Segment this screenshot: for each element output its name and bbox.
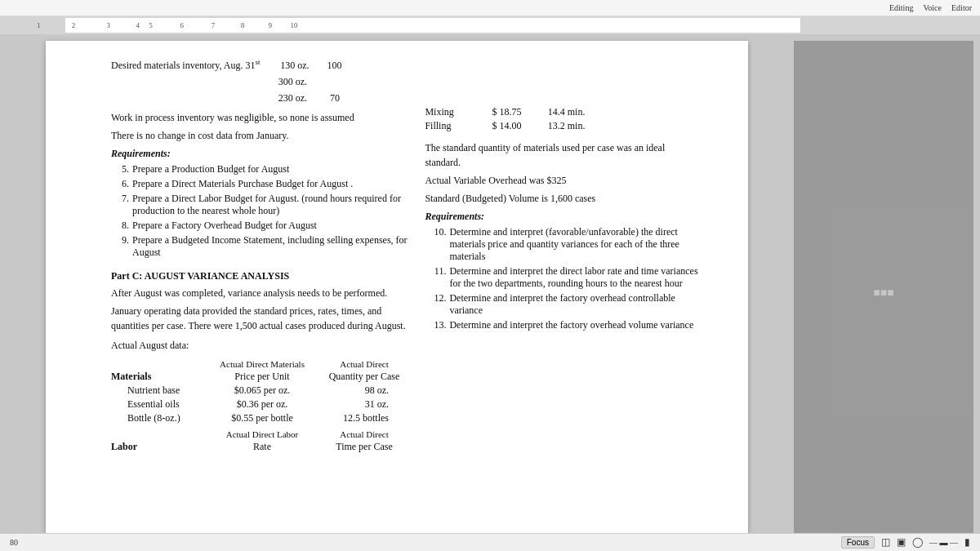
inventory-num-1: 100: [310, 58, 342, 73]
requirements-list-left: 5. Prepare a Production Budget for Augus…: [111, 163, 408, 259]
req-text-8: Prepare a Factory Overhead Budget for Au…: [132, 220, 408, 232]
focus-label: Focus: [847, 538, 869, 547]
mat-header-col1-text: Actual Direct Materials: [220, 359, 305, 369]
right-dark-panel: ■■■: [794, 41, 973, 544]
mat-subheader-label: Materials: [111, 371, 209, 383]
req-text-7: Prepare a Direct Labor Budget for August…: [132, 193, 408, 217]
bottle-qty-text: 12.5 bottles: [343, 412, 389, 424]
actual-label-text: Actual August data:: [111, 340, 189, 351]
req-text-5: Prepare a Production Budget for August: [132, 163, 408, 176]
inventory-label-text: Desired materials inventory, Aug. 31: [111, 60, 256, 71]
req-text-9: Prepare a Budgeted Income Statement, inc…: [132, 234, 408, 259]
labor-label: Labor: [111, 441, 209, 453]
mat-spacer: [111, 359, 209, 369]
labor-rate-header-text: Rate: [253, 441, 271, 452]
inventory-header-row: Desired materials inventory, Aug. 31st 1…: [111, 57, 408, 73]
labor-section: Actual Direct Labor Actual Direct Labor …: [111, 429, 408, 453]
labor-header-col2-text: Actual Direct: [340, 429, 389, 439]
requirements-list-right: 10. Determine and interpret (favorable/u…: [425, 226, 699, 331]
focus-button[interactable]: Focus: [841, 536, 875, 549]
mat-header-col1: Actual Direct Materials: [209, 359, 315, 369]
mix-fill-table: Mixing $ 18.75 14.4 min. Filling $ 14.00…: [425, 106, 699, 132]
req-num-13: 13.: [425, 319, 446, 331]
filling-time: 13.2 min.: [528, 120, 585, 132]
right-column: Mixing $ 18.75 14.4 min. Filling $ 14.00…: [416, 57, 699, 455]
inventory-oz-3: 230 oz.: [258, 91, 307, 105]
part-c-title-text: Part C: AUGUST VARIANCE ANALYSIS: [111, 270, 289, 282]
oils-label-text: Essential oils: [127, 398, 180, 410]
req-text-12: Determine and interpret the factory over…: [449, 292, 699, 317]
requirements-label-right: Requirements:: [425, 211, 699, 223]
work-in-process: Work in process inventory was negligible…: [111, 110, 408, 125]
inventory-oz-2: 300 oz.: [258, 74, 307, 89]
filling-label: Filling: [425, 120, 466, 132]
mat-row-oils: Essential oils $0.36 per oz. 31 oz.: [111, 398, 408, 411]
status-left: 80: [10, 538, 835, 547]
status-icon-4: ▮: [964, 536, 970, 549]
mat-subheader-price: Price per Unit: [209, 371, 315, 383]
actual-overhead-note: Actual Variable Overhead was $325: [425, 173, 699, 188]
actual-label: Actual August data:: [111, 338, 408, 353]
req-num-7: 7.: [111, 193, 129, 217]
bottle-label: Bottle (8-oz.): [111, 412, 209, 424]
status-slider: — ▬ —: [929, 538, 958, 547]
req-num-6: 6.: [111, 178, 129, 190]
labor-rate-header: Rate: [209, 441, 315, 453]
mat-subheader-row: Materials Price per Unit Quantity per Ca…: [111, 371, 408, 383]
filling-price: $ 14.00: [472, 120, 521, 132]
standard-volume-text: Standard (Budgeted) Volume is 1,600 case…: [425, 193, 595, 204]
req-num-8: 8.: [111, 220, 129, 232]
req-label-left-text: Requirements:: [111, 148, 171, 159]
labor-header-col1: Actual Direct Labor: [209, 429, 315, 439]
standard-volume-note: Standard (Budgeted) Volume is 1,600 case…: [425, 191, 699, 206]
mat-price-header-text: Price per Unit: [234, 371, 289, 382]
bottle-price: $0.55 per bottle: [209, 412, 315, 424]
nutrient-qty: 98 oz.: [315, 384, 397, 397]
inventory-section: Desired materials inventory, Aug. 31st 1…: [111, 57, 408, 105]
part-c-para2-text: January operating data provided the stan…: [111, 305, 406, 331]
left-column: Desired materials inventory, Aug. 31st 1…: [111, 57, 416, 455]
mat-label-text: Materials: [111, 371, 151, 382]
nutrient-label: Nutrient base: [111, 384, 209, 397]
editor-label: Editor: [951, 3, 972, 12]
mixing-row: Mixing $ 18.75 14.4 min.: [425, 106, 699, 118]
labor-spacer: [111, 429, 209, 439]
req-text-10: Determine and interpret (favorable/unfav…: [449, 226, 699, 263]
status-icon-2: ▣: [897, 536, 906, 549]
editing-label: Editing: [889, 3, 913, 12]
requirements-label-left: Requirements:: [111, 148, 408, 160]
bottle-label-text: Bottle (8-oz.): [127, 412, 180, 424]
req-item-12: 12. Determine and interpret the factory …: [425, 292, 699, 317]
oils-price-text: $0.36 per oz.: [237, 398, 288, 410]
mat-subheader-qty: Quantity per Case: [315, 371, 413, 383]
nutrient-price-text: $0.065 per oz.: [234, 384, 291, 396]
nutrient-qty-text: 98 oz.: [365, 384, 389, 396]
req-item-10: 10. Determine and interpret (favorable/u…: [425, 226, 699, 263]
mixing-time: 14.4 min.: [528, 106, 585, 118]
nutrient-price: $0.065 per oz.: [209, 384, 315, 397]
mat-row-nutrient: Nutrient base $0.065 per oz. 98 oz.: [111, 384, 408, 397]
top-toolbar: Editing Voice Editor: [0, 0, 980, 16]
page-content: Desired materials inventory, Aug. 31st 1…: [111, 57, 699, 455]
page-num: 80: [10, 538, 18, 547]
labor-subheader-row: Labor Rate Time per Case: [111, 441, 408, 453]
part-c-para1: After August was completed, variance ana…: [111, 286, 408, 300]
status-icon-1: ◫: [881, 536, 890, 549]
part-c-para2: January operating data provided the stan…: [111, 304, 408, 333]
req-item-13: 13. Determine and interpret the factory …: [425, 319, 699, 331]
req-label-right-text: Requirements:: [425, 211, 484, 222]
nutrient-label-text: Nutrient base: [127, 384, 180, 396]
bottle-qty: 12.5 bottles: [315, 412, 397, 424]
no-change: There is no change in cost data from Jan…: [111, 128, 408, 143]
ruler: 1 2 3 4 5 6 7 8 9 10: [0, 16, 980, 34]
req-num-9: 9.: [111, 234, 129, 259]
req-item-7: 7. Prepare a Direct Labor Budget for Aug…: [111, 193, 408, 217]
inventory-row-3: 230 oz. 70: [111, 91, 408, 105]
oils-qty-text: 31 oz.: [365, 398, 389, 410]
standard-qty-text: The standard quantity of materials used …: [425, 142, 665, 168]
work-in-process-text: Work in process inventory was negligible…: [111, 112, 354, 123]
oils-qty: 31 oz.: [315, 398, 397, 411]
oils-price: $0.36 per oz.: [209, 398, 315, 411]
labor-header-row: Actual Direct Labor Actual Direct: [111, 429, 408, 439]
req-num-12: 12.: [425, 292, 446, 317]
